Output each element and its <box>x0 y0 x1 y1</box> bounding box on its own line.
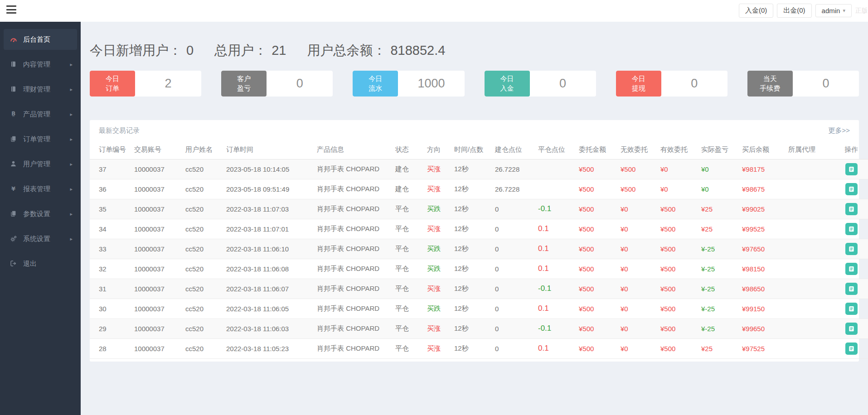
cell-close-point <box>535 179 576 199</box>
table-row: 3510000037cc5202022-03-18 11:07:03肖邦手表 C… <box>90 199 868 219</box>
table-row: 3410000037cc5202022-03-18 11:07:01肖邦手表 C… <box>90 219 868 239</box>
cell-close-point <box>535 159 576 179</box>
cell-order-time: 2022-03-18 11:07:01 <box>223 219 314 239</box>
cell-status: 平仓 <box>393 279 424 299</box>
cell-actions <box>834 338 868 358</box>
cell-valid-amount: ¥500 <box>658 259 698 279</box>
cell-invalid-amount: ¥0 <box>618 299 658 318</box>
cell-order-id: 33 <box>90 239 131 259</box>
stat-card: 今日流水1000 <box>353 71 464 97</box>
sidebar-item-report[interactable]: ¥报表管理▸ <box>4 179 77 199</box>
cell-valid-amount: ¥0 <box>658 159 698 179</box>
cell-invalid-amount: ¥500 <box>618 159 658 179</box>
cell-actions <box>834 239 868 259</box>
cell-duration: 12秒 <box>451 199 492 219</box>
table-row: 3610000037cc5202023-05-18 09:51:49肖邦手表 C… <box>90 179 868 199</box>
chevron-right-icon: ▸ <box>70 211 73 217</box>
col-actions: 操作 <box>834 141 868 159</box>
col-duration: 时间/点数 <box>451 141 492 159</box>
cell-close-point: 0.1 <box>535 239 576 259</box>
chevron-right-icon: ▸ <box>70 161 73 167</box>
cell-amount: ¥500 <box>576 159 618 179</box>
cell-agent <box>786 318 834 338</box>
sidebar-toggle-button[interactable] <box>6 5 18 14</box>
cell-account: 10000037 <box>131 299 183 318</box>
sidebar-item-label: 理财管理 <box>23 85 50 94</box>
cell-order-time: 2022-03-18 11:06:05 <box>223 299 314 318</box>
cell-status: 平仓 <box>393 338 424 358</box>
cell-valid-amount: ¥500 <box>658 299 698 318</box>
cell-amount: ¥500 <box>576 279 618 299</box>
cell-agent <box>786 199 834 219</box>
view-order-button[interactable] <box>845 343 858 355</box>
view-order-button[interactable] <box>845 163 858 175</box>
stat-card: 今日入金0 <box>485 71 596 97</box>
svg-text:¥: ¥ <box>11 185 15 192</box>
panel-title: 最新交易记录 <box>99 126 140 135</box>
cell-amount: ¥500 <box>576 179 618 199</box>
sidebar-item-params[interactable]: 参数设置▸ <box>4 203 77 224</box>
stat-value: 0 <box>186 43 194 58</box>
view-order-button[interactable] <box>845 183 858 195</box>
cell-open-point: 0 <box>492 299 535 318</box>
sidebar-item-home[interactable]: 后台首页 <box>4 29 77 50</box>
yen-icon: ¥ <box>10 185 17 193</box>
withdraw-button[interactable]: 出金(0) <box>777 4 811 18</box>
cell-agent <box>786 279 834 299</box>
cell-close-point: 0.1 <box>535 219 576 239</box>
cell-order-time: 2022-03-18 11:06:10 <box>223 239 314 259</box>
col-invalid-amount: 无效委托 <box>618 141 658 159</box>
cell-duration: 12秒 <box>451 299 492 318</box>
sidebar-item-finance[interactable]: 理财管理▸ <box>4 79 77 100</box>
sidebar-item-order[interactable]: 订单管理▸ <box>4 129 77 150</box>
cell-status: 平仓 <box>393 259 424 279</box>
col-close-point: 平仓点位 <box>535 141 576 159</box>
stat-card: 今日提现0 <box>616 71 727 97</box>
cell-duration: 12秒 <box>451 159 492 179</box>
sidebar-item-system[interactable]: 系统设置▸ <box>4 228 77 249</box>
cell-duration: 12秒 <box>451 239 492 259</box>
view-order-button[interactable] <box>845 323 858 335</box>
cell-duration: 12秒 <box>451 179 492 199</box>
cell-profit: ¥-25 <box>698 259 739 279</box>
cell-account: 10000037 <box>131 159 183 179</box>
book-icon <box>10 61 17 68</box>
cell-product: 肖邦手表 CHOPARD <box>314 279 393 299</box>
cell-amount: ¥500 <box>576 318 618 338</box>
col-order-time: 订单时间 <box>223 141 314 159</box>
view-order-button[interactable] <box>845 283 858 295</box>
sidebar-menu: 后台首页内容管理▸理财管理▸B产品管理▸订单管理▸用户管理▸¥报表管理▸参数设置… <box>0 22 81 415</box>
sidebar-item-product[interactable]: B产品管理▸ <box>4 104 77 125</box>
view-order-button[interactable] <box>845 303 858 315</box>
view-order-button[interactable] <box>845 243 858 255</box>
cell-profit: ¥25 <box>698 219 739 239</box>
book-icon <box>10 86 17 93</box>
stat-label: 总用户： <box>214 43 267 58</box>
sidebar-item-logout[interactable]: 退出 <box>4 253 77 274</box>
cell-order-time: 2023-05-18 09:51:49 <box>223 179 314 199</box>
cell-valid-amount: ¥500 <box>658 219 698 239</box>
cell-order-id: 28 <box>90 338 131 358</box>
view-order-button[interactable] <box>845 203 858 215</box>
admin-menu-button[interactable]: admin ▾ <box>815 4 852 17</box>
more-link[interactable]: 更多>> <box>828 126 850 135</box>
view-order-button[interactable] <box>845 223 858 235</box>
sidebar-item-content[interactable]: 内容管理▸ <box>4 54 77 75</box>
stat-label: 用户总余额： <box>307 43 386 58</box>
deposit-button[interactable]: 入金(0) <box>739 4 773 18</box>
cell-username: cc520 <box>183 279 223 299</box>
col-product: 产品信息 <box>314 141 393 159</box>
cell-status: 建仓 <box>393 179 424 199</box>
cell-agent <box>786 219 834 239</box>
card-value: 1000 <box>398 71 464 97</box>
cell-username: cc520 <box>183 159 223 179</box>
sidebar-item-label: 后台首页 <box>23 35 50 44</box>
latest-trades-panel: 最新交易记录 更多>> 订单编号交易账号用户姓名订单时间产品信息状态方向时间/点… <box>90 120 859 362</box>
view-order-button[interactable] <box>845 263 858 275</box>
sidebar-item-user[interactable]: 用户管理▸ <box>4 154 77 174</box>
cell-open-point: 0 <box>492 219 535 239</box>
cell-balance: ¥99650 <box>739 318 786 338</box>
cell-balance: ¥99025 <box>739 199 786 219</box>
cell-amount: ¥500 <box>576 199 618 219</box>
table-body: 3710000037cc5202023-05-18 10:14:05肖邦手表 C… <box>90 159 868 358</box>
